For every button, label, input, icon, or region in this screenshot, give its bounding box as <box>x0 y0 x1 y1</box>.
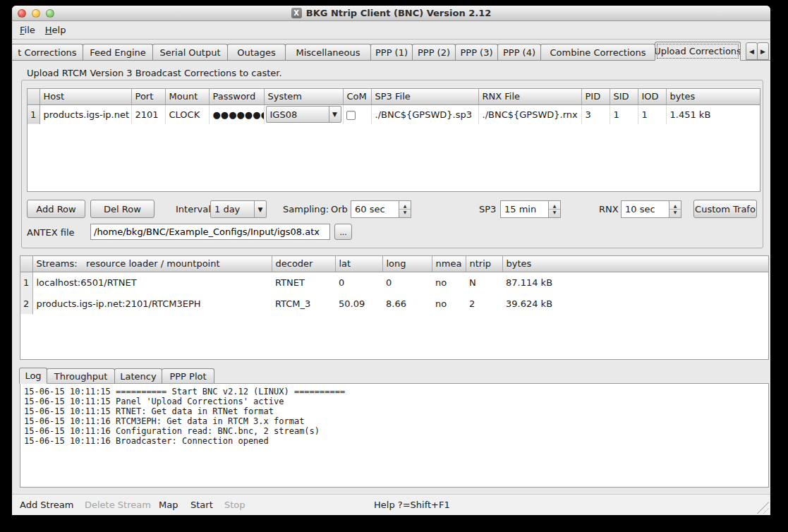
iod-cell[interactable]: 1 <box>638 104 666 124</box>
mountpoint-cell: products.igs-ip.net:2101/RTCM3EPH <box>32 293 272 314</box>
tab-combine-corrections[interactable]: Combine Corrections <box>540 44 655 60</box>
chevron-right-icon: ▶ <box>760 48 765 55</box>
tab-broadcast-corrections[interactable]: t Corrections <box>12 44 83 60</box>
tab-throughput[interactable]: Throughput <box>47 368 115 383</box>
main-tab-bar: t Corrections Feed Engine Serial Output … <box>12 42 770 61</box>
interval-value: 1 day <box>214 204 240 214</box>
col-bytes: bytes <box>666 89 760 104</box>
row-number: 1 <box>28 104 40 124</box>
long-cell: 0 <box>382 272 432 293</box>
browse-button[interactable]: ... <box>334 224 352 240</box>
log-line: 15-06-15 10:11:16 Configuration read: BN… <box>24 426 765 436</box>
tab-scroll-buttons: ◀ ▶ <box>746 42 769 60</box>
col-ntrip: ntrip <box>466 256 502 272</box>
spinner-up-icon: ▲ <box>549 203 560 210</box>
window-title: BKG Ntrip Client (BNC) Version 2.12 <box>306 8 492 18</box>
resize-grip-icon[interactable] <box>755 500 769 514</box>
password-cell[interactable]: ●●●●●●●● <box>209 104 264 124</box>
menu-bar: File Help <box>12 21 770 40</box>
com-cell <box>343 104 371 124</box>
zoom-button[interactable] <box>46 9 54 18</box>
col-rnx-file: RNX File <box>478 89 581 104</box>
tab-serial-output[interactable]: Serial Output <box>152 44 228 60</box>
spinner-buttons[interactable]: ▲ ▼ <box>399 201 411 217</box>
orb-spinbox[interactable]: 60 sec ▲ ▼ <box>351 200 411 218</box>
col-com: CoM <box>343 89 371 104</box>
decoder-cell: RTCM_3 <box>272 293 335 314</box>
tab-ppp-plot[interactable]: PPP Plot <box>162 368 214 383</box>
title-group: X BKG Ntrip Client (BNC) Version 2.12 <box>291 8 492 18</box>
bottom-tab-bar: Log Throughput Latency PPP Plot <box>20 367 214 383</box>
menu-help[interactable]: Help <box>45 25 66 35</box>
rnx-file-cell[interactable]: ./BNC${GPSWD}.rnx <box>478 104 581 124</box>
orb-label: Orb <box>331 204 348 214</box>
row-number: 2 <box>20 293 32 314</box>
menu-file[interactable]: File <box>20 25 35 35</box>
upload-table-header-row: Host Port Mount Password System CoM SP3 … <box>28 89 760 104</box>
sampling-label: Sampling: <box>283 204 329 214</box>
col-decoder: decoder <box>272 256 335 272</box>
ntrip-cell: 2 <box>466 293 502 314</box>
spinner-buttons[interactable]: ▲ ▼ <box>669 201 681 217</box>
tab-ppp-2[interactable]: PPP (2) <box>412 44 456 60</box>
tab-ppp-1[interactable]: PPP (1) <box>370 44 413 60</box>
system-select[interactable]: IGS08 ▼ <box>266 106 341 123</box>
tab-miscellaneous[interactable]: Miscellaneous <box>285 44 371 60</box>
sp3-spinbox[interactable]: 15 min ▲ ▼ <box>500 200 561 218</box>
tab-latency[interactable]: Latency <box>114 368 162 383</box>
tab-ppp-4[interactable]: PPP (4) <box>497 44 541 60</box>
mount-cell[interactable]: CLOCK <box>165 104 209 124</box>
col-mountpoint: Streams: resource loader / mountpoint <box>32 256 272 272</box>
sid-cell[interactable]: 1 <box>610 104 638 124</box>
custom-trafo-button[interactable]: Custom Trafo <box>693 200 757 218</box>
tab-scroll-left-button[interactable]: ◀ <box>746 42 758 60</box>
nmea-cell: no <box>432 293 466 314</box>
sp3-label: SP3 <box>479 204 496 214</box>
log-line: 15-06-15 10:11:15 RTNET: Get data in RTN… <box>24 406 765 416</box>
host-cell[interactable]: products.igs-ip.net <box>40 104 131 124</box>
stream-row[interactable]: 2 products.igs-ip.net:2101/RTCM3EPH RTCM… <box>20 293 768 314</box>
pid-cell[interactable]: 3 <box>581 104 610 124</box>
port-cell[interactable]: 2101 <box>131 104 165 124</box>
close-button[interactable] <box>18 9 26 18</box>
map-button[interactable]: Map <box>159 495 178 515</box>
ntrip-cell: N <box>466 272 502 293</box>
com-checkbox[interactable] <box>346 111 356 120</box>
spinner-down-icon: ▼ <box>549 210 560 215</box>
spinner-buttons[interactable]: ▲ ▼ <box>548 201 560 217</box>
help-shortcut-label: Help ?=Shift+F1 <box>374 495 450 515</box>
bytes-cell: 1.451 kB <box>666 104 760 124</box>
app-window: X BKG Ntrip Client (BNC) Version 2.12 Fi… <box>12 6 770 515</box>
decoder-cell: RTNET <box>272 272 335 293</box>
log-pane[interactable]: 15-06-15 10:11:15 ========== Start BNC v… <box>20 383 769 488</box>
sp3-value: 15 min <box>504 204 536 214</box>
sp3-file-cell[interactable]: ./BNC${GPSWD}.sp3 <box>371 104 478 124</box>
upload-table: Host Port Mount Password System CoM SP3 … <box>27 88 760 192</box>
col-password: Password <box>209 89 264 104</box>
stream-row[interactable]: 1 localhost:6501/RTNET RTNET 0 0 no N 87… <box>20 272 768 293</box>
lat-cell: 0 <box>335 272 382 293</box>
del-row-button[interactable]: Del Row <box>90 200 154 218</box>
tab-feed-engine[interactable]: Feed Engine <box>83 44 153 60</box>
rnx-spinbox[interactable]: 10 sec ▲ ▼ <box>621 200 681 218</box>
add-stream-button[interactable]: Add Stream <box>20 495 73 515</box>
action-bar: Add Stream Delete Stream Map Start Stop … <box>12 494 770 515</box>
tab-log[interactable]: Log <box>19 368 47 384</box>
spinner-up-icon: ▲ <box>399 203 411 210</box>
antex-file-input[interactable] <box>90 224 330 240</box>
add-row-button[interactable]: Add Row <box>27 200 85 218</box>
title-bar[interactable]: X BKG Ntrip Client (BNC) Version 2.12 <box>12 6 770 21</box>
tab-scroll-right-button[interactable]: ▶ <box>757 42 769 60</box>
x11-app-icon: X <box>291 8 302 18</box>
tab-upload-corrections[interactable]: Upload Corrections <box>655 42 741 61</box>
tab-outages[interactable]: Outages <box>227 44 286 60</box>
minimize-button[interactable] <box>32 9 40 18</box>
system-cell: IGS08 ▼ <box>264 104 343 124</box>
mountpoint-cell: localhost:6501/RTNET <box>32 272 272 293</box>
long-cell: 8.66 <box>382 293 432 314</box>
orb-value: 60 sec <box>355 204 385 214</box>
tab-ppp-3[interactable]: PPP (3) <box>455 44 498 60</box>
start-button[interactable]: Start <box>190 495 213 515</box>
interval-select[interactable]: 1 day ▼ <box>210 200 267 218</box>
col-rownum <box>20 256 32 272</box>
